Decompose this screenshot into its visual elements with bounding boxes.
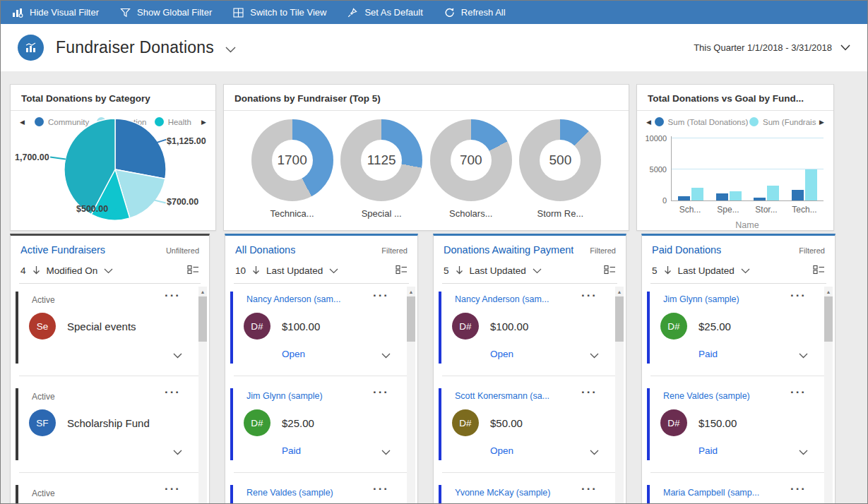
bar-total-donations[interactable] bbox=[754, 198, 766, 200]
bar-fundraiser-goal[interactable] bbox=[805, 169, 817, 200]
more-options-icon[interactable]: ··· bbox=[373, 482, 389, 496]
card-record-link[interactable]: Rene Valdes (sample) bbox=[663, 391, 795, 401]
card-expand-chevron-icon[interactable] bbox=[799, 349, 808, 361]
scroll-up-icon[interactable]: ▲ bbox=[407, 287, 415, 296]
list-settings-icon[interactable] bbox=[813, 265, 825, 277]
list-settings-icon[interactable] bbox=[396, 265, 408, 277]
bar-plot[interactable]: 0500010000 bbox=[671, 136, 824, 201]
more-options-icon[interactable]: ··· bbox=[165, 385, 181, 400]
more-options-icon[interactable]: ··· bbox=[790, 482, 807, 496]
more-options-icon[interactable]: ··· bbox=[581, 385, 598, 400]
more-options-icon[interactable]: ··· bbox=[165, 289, 181, 303]
more-options-icon[interactable]: ··· bbox=[373, 289, 389, 303]
donut-chart[interactable]: 700 bbox=[430, 119, 512, 201]
stream-card[interactable]: Maria Campbell (samp...··· bbox=[642, 480, 835, 504]
scroll-up-icon[interactable]: ▲ bbox=[615, 287, 624, 296]
charts-row: Total Donations by Category ◀ CommunityE… bbox=[10, 84, 867, 220]
card-record-link[interactable]: Scott Konersmann (sa... bbox=[455, 391, 586, 401]
sort-field-chevron-icon[interactable] bbox=[533, 265, 542, 276]
scroll-up-icon[interactable]: ▲ bbox=[824, 287, 833, 296]
stream-card[interactable]: Rene Valdes (sample)··· bbox=[225, 480, 417, 504]
card-expand-chevron-icon[interactable] bbox=[173, 445, 182, 458]
bar-total-donations[interactable] bbox=[716, 193, 728, 200]
more-options-icon[interactable]: ··· bbox=[581, 482, 598, 496]
more-options-icon[interactable]: ··· bbox=[165, 482, 181, 496]
card-expand-chevron-icon[interactable] bbox=[381, 349, 391, 361]
sort-field-label[interactable]: Last Updated bbox=[470, 265, 526, 276]
stream-card[interactable]: Jim Glynn (sample)···D#$25.00Paid bbox=[642, 287, 835, 368]
bar-fundraiser-goal[interactable] bbox=[730, 191, 742, 200]
card-record-link[interactable]: Rene Valdes (sample) bbox=[246, 488, 378, 498]
card-status-link[interactable]: Open bbox=[282, 349, 305, 359]
legend-prev-icon[interactable]: ◀ bbox=[644, 119, 653, 126]
more-options-icon[interactable]: ··· bbox=[790, 385, 807, 400]
list-settings-icon[interactable] bbox=[187, 265, 199, 277]
sort-direction-icon[interactable] bbox=[252, 265, 260, 277]
card-record-link[interactable]: Nancy Anderson (sam... bbox=[455, 294, 586, 304]
legend-next-icon[interactable]: ▶ bbox=[199, 119, 208, 126]
stream-card[interactable]: Active···SeSpecial events bbox=[11, 287, 209, 368]
scrollbar-thumb[interactable] bbox=[824, 296, 833, 342]
stream-card[interactable]: Jim Glynn (sample)···D#$25.00Paid bbox=[225, 383, 417, 465]
refresh-all-button[interactable]: Refresh All bbox=[444, 7, 506, 18]
scrollbar-thumb[interactable] bbox=[198, 296, 207, 342]
sort-direction-icon[interactable] bbox=[32, 265, 40, 277]
card-expand-chevron-icon[interactable] bbox=[173, 349, 182, 361]
card-record-link[interactable]: Jim Glynn (sample) bbox=[663, 294, 795, 304]
scrollbar-thumb[interactable] bbox=[407, 296, 415, 342]
list-settings-icon[interactable] bbox=[604, 265, 616, 277]
hide-visual-filter-button[interactable]: Hide Visual Filter bbox=[12, 7, 99, 18]
sort-direction-icon[interactable] bbox=[664, 265, 672, 277]
set-as-default-button[interactable]: Set As Default bbox=[347, 7, 422, 18]
show-global-filter-button[interactable]: Show Global Filter bbox=[120, 7, 212, 18]
card-expand-chevron-icon[interactable] bbox=[590, 349, 599, 361]
donut-chart[interactable]: 500 bbox=[519, 119, 601, 201]
donut-chart[interactable]: 1125 bbox=[340, 119, 422, 201]
stream-card[interactable]: Nancy Anderson (sam...···D#$100.00Open bbox=[225, 287, 417, 368]
scroll-up-icon[interactable]: ▲ bbox=[198, 287, 207, 296]
sort-field-label[interactable]: Last Updated bbox=[678, 265, 735, 276]
card-status-link[interactable]: Paid bbox=[698, 349, 718, 359]
legend-prev-icon[interactable]: ◀ bbox=[18, 119, 27, 126]
stream-card[interactable]: Scott Konersmann (sa...···D#$50.00Open bbox=[434, 383, 626, 465]
more-options-icon[interactable]: ··· bbox=[373, 385, 389, 400]
more-options-icon[interactable]: ··· bbox=[581, 289, 598, 303]
card-status-link[interactable]: Paid bbox=[282, 445, 301, 456]
donut-chart[interactable]: 1700 bbox=[251, 119, 333, 201]
set-as-default-label: Set As Default bbox=[364, 7, 422, 18]
legend-next-icon[interactable]: ▶ bbox=[817, 119, 826, 126]
dashboard-selector-chevron-icon[interactable] bbox=[225, 43, 236, 56]
more-options-icon[interactable]: ··· bbox=[790, 289, 807, 303]
card-record-link[interactable]: Jim Glynn (sample) bbox=[246, 391, 378, 401]
time-range-selector[interactable]: This Quarter 1/1/2018 - 3/31/2018 bbox=[694, 42, 850, 53]
card-status-link[interactable]: Paid bbox=[698, 445, 718, 456]
bar-total-donations[interactable] bbox=[792, 190, 804, 200]
sort-field-label[interactable]: Last Updated bbox=[266, 265, 323, 276]
card-expand-chevron-icon[interactable] bbox=[381, 445, 391, 458]
card-status-link[interactable]: Open bbox=[490, 349, 513, 359]
card-expand-chevron-icon[interactable] bbox=[799, 445, 808, 458]
stream-card[interactable]: Active···SFScholarship Fund bbox=[11, 383, 209, 465]
sort-field-chevron-icon[interactable] bbox=[104, 265, 113, 276]
sort-direction-icon[interactable] bbox=[456, 265, 463, 277]
pie-slice[interactable] bbox=[115, 119, 166, 179]
scrollbar-thumb[interactable] bbox=[615, 296, 624, 342]
card-record-link[interactable]: Maria Campbell (samp... bbox=[663, 488, 795, 498]
card-record-link[interactable]: Nancy Anderson (sam... bbox=[246, 294, 378, 304]
bar-fundraiser-goal[interactable] bbox=[691, 188, 703, 200]
sort-field-label[interactable]: Modified On bbox=[47, 265, 98, 276]
bar-total-donations[interactable] bbox=[678, 196, 690, 200]
card-expand-chevron-icon[interactable] bbox=[590, 445, 599, 458]
card-status-link[interactable]: Open bbox=[490, 445, 513, 456]
card-status-label: Active bbox=[32, 392, 55, 402]
bar-fundraiser-goal[interactable] bbox=[767, 186, 779, 200]
stream-card[interactable]: Nancy Anderson (sam...···D#$100.00Open bbox=[434, 287, 626, 368]
stream-card[interactable]: Yvonne McKay (sample)··· bbox=[434, 480, 626, 504]
stream-card[interactable]: Rene Valdes (sample)···D#$150.00Paid bbox=[642, 383, 835, 465]
sort-field-chevron-icon[interactable] bbox=[741, 265, 750, 276]
stream-card[interactable]: Active··· bbox=[11, 480, 209, 504]
card-record-link[interactable]: Yvonne McKay (sample) bbox=[455, 488, 586, 498]
y-tick-label: 0 bbox=[662, 196, 667, 205]
sort-field-chevron-icon[interactable] bbox=[329, 265, 338, 276]
switch-to-tile-view-button[interactable]: Switch to Tile View bbox=[233, 7, 326, 18]
